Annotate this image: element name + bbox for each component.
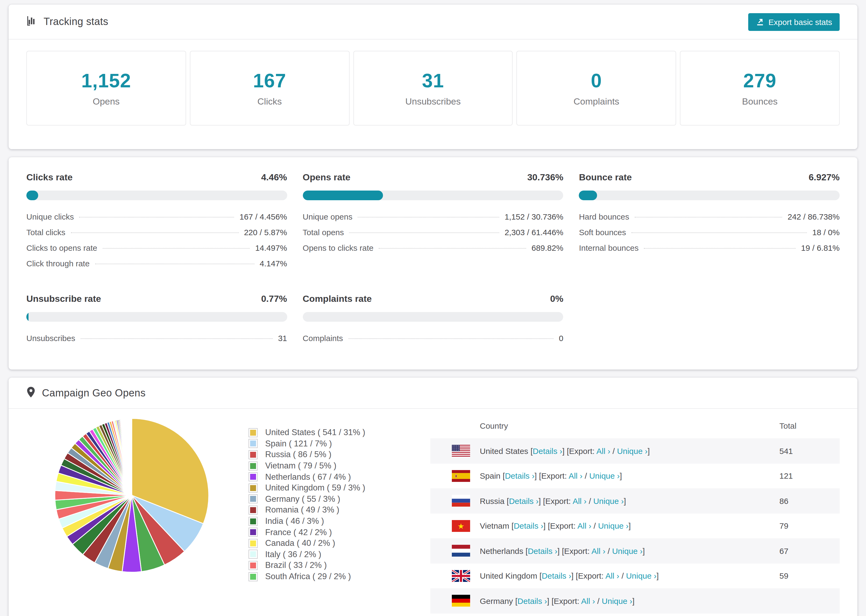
dotted-leader [95,264,254,264]
dotted-leader [81,338,273,339]
map-pin-icon [26,386,36,400]
legend-item: France ( 42 / 2% ) [249,527,365,538]
rate-value: 0.77% [261,294,287,305]
legend-item: Romania ( 49 / 3% ) [249,504,365,515]
summary-stat-box: 167Clicks [190,51,350,126]
export-unique-link[interactable]: Unique › [598,522,628,531]
rate-rows: Complaints0 [302,333,563,349]
geo-table-row: Netherlands [Details ›] [Export: All › /… [430,538,840,563]
geo-table-rows: United States [Details ›] [Export: All ›… [430,438,840,613]
geo-table-row: Spain [Details ›] [Export: All › / Uniqu… [430,464,840,488]
rate-stat-label: Total clicks [26,228,65,237]
bar-chart-icon [26,15,37,28]
column-total: Total [779,421,840,430]
rate-stat-row: Hard bounces242 / 86.738% [579,212,840,228]
stat-value: 1,152 [81,69,131,92]
total-cell: 86 [779,497,840,506]
export-unique-link[interactable]: Unique › [626,571,657,580]
legend-label: United States ( 541 / 31% ) [265,428,365,438]
rate-block: Bounce rate6.927%Hard bounces242 / 86.73… [579,172,840,274]
rate-stat-row: Total clicks220 / 5.87% [26,228,287,243]
details-link[interactable]: Details › [505,471,534,481]
rate-stat-value: 689.82% [531,243,563,252]
stat-value: 31 [422,69,444,92]
rate-stat-row: Soft bounces18 / 0% [579,228,840,243]
rate-block: Complaints rate0%Complaints0 [302,294,563,349]
export-unique-link[interactable]: Unique › [617,446,647,456]
legend-item: Germany ( 55 / 3% ) [249,493,365,504]
legend-swatch [249,472,258,481]
geo-opens-body: United States ( 541 / 31% )Spain ( 121 /… [9,409,857,616]
rate-stat-label: Unique clicks [26,212,74,221]
rate-block: Opens rate30.736%Unique opens1,152 / 30.… [302,172,563,274]
progress-bar-fill [26,312,28,322]
legend-swatch [249,484,258,493]
rate-stat-row: Unique opens1,152 / 30.736% [302,212,563,228]
export-all-link[interactable]: All › [597,446,611,456]
dotted-leader [644,248,796,248]
legend-item: Vietnam ( 79 / 5% ) [249,460,365,471]
export-all-link[interactable]: All › [605,571,619,580]
rate-stat-label: Unsubscribes [26,333,75,343]
stat-label: Complaints [574,96,619,107]
export-all-link[interactable]: All › [581,596,595,605]
rate-stat-value: 220 / 5.87% [244,228,287,237]
details-link[interactable]: Details › [542,571,571,580]
progress-bar-track [302,190,563,200]
legend-swatch [249,561,258,570]
export-unique-link[interactable]: Unique › [612,546,642,556]
geo-table-row: Russia [Details ›] [Export: All › / Uniq… [430,488,840,513]
legend-swatch [249,495,258,504]
legend-swatch [249,461,258,470]
geo-opens-header: Campaign Geo Opens [9,378,857,409]
rate-stat-label: Click through rate [26,259,90,268]
rate-head: Opens rate30.736% [302,172,563,183]
column-country: Country [430,421,508,430]
dotted-leader [79,217,234,217]
progress-bar-fill [26,190,38,200]
export-all-link[interactable]: All › [591,546,605,556]
legend-label: Spain ( 121 / 7% ) [265,439,332,449]
legend-label: France ( 42 / 2% ) [265,527,332,537]
export-unique-link[interactable]: Unique › [593,497,624,506]
details-link[interactable]: Details › [533,446,562,456]
rate-stat-row: Unique clicks167 / 4.456% [26,212,287,228]
export-unique-link[interactable]: Unique › [602,596,632,605]
rate-stat-value: 0 [559,333,564,343]
legend-swatch [249,506,258,515]
export-basic-stats-button[interactable]: Export basic stats [748,13,840,31]
dotted-leader [348,338,553,339]
rate-stat-label: Complaints [302,333,343,343]
details-link[interactable]: Details › [527,546,557,556]
rate-rows: Unique opens1,152 / 30.736%Total opens2,… [302,212,563,259]
stat-label: Opens [93,96,120,107]
rate-stat-row: Unsubscribes31 [26,333,287,349]
geo-pie-chart[interactable] [53,416,211,574]
rate-title: Opens rate [302,172,350,183]
rates-card: Clicks rate4.46%Unique clicks167 / 4.456… [9,157,857,369]
legend-label: Russia ( 86 / 5% ) [265,450,331,460]
export-all-link[interactable]: All › [573,497,587,506]
summary-stat-box: 1,152Opens [26,51,186,126]
geo-table-row: United States [Details ›] [Export: All ›… [430,438,840,464]
summary-stat-box: 0Complaints [516,51,676,126]
ru-flag-icon [452,495,470,507]
export-icon [756,17,764,26]
legend-swatch [249,439,258,448]
rate-stat-row: Clicks to opens rate14.497% [26,243,287,259]
export-all-link[interactable]: All › [568,471,583,481]
legend-label: United Kingdom ( 59 / 3% ) [265,483,365,493]
export-all-link[interactable]: All › [578,522,591,531]
export-unique-link[interactable]: Unique › [589,471,620,481]
details-link[interactable]: Details › [518,596,547,605]
details-link[interactable]: Details › [509,497,538,506]
summary-stat-box: 279Bounces [680,51,840,126]
stat-label: Clicks [257,96,282,107]
details-link[interactable]: Details › [514,522,543,531]
country-cell: Netherlands [Details ›] [Export: All › /… [480,546,779,556]
geo-table: Country Total United States [Details ›] … [430,413,840,613]
legend-label: South Africa ( 29 / 2% ) [265,572,351,581]
legend-item: Russia ( 86 / 5% ) [249,449,365,460]
rate-stat-label: Soft bounces [579,228,626,237]
rate-stat-label: Total opens [302,228,344,237]
